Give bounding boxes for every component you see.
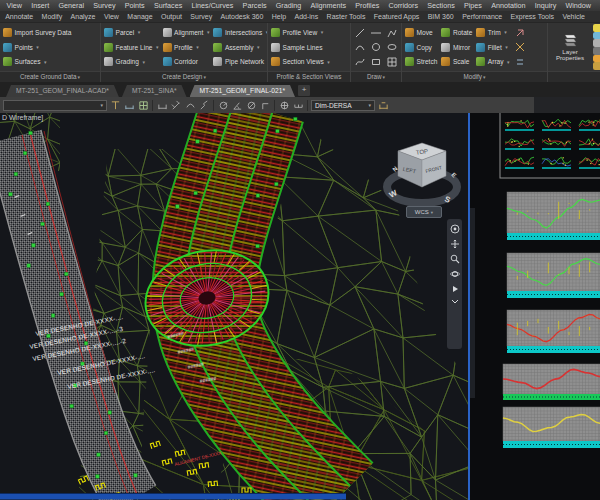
wcs-dropdown[interactable]: WCS ▾ <box>406 206 442 218</box>
draw-hatch-icon[interactable] <box>386 56 398 68</box>
draw-arc-icon[interactable] <box>354 41 366 53</box>
layer-off-icon[interactable] <box>593 47 600 55</box>
dim-angular-icon[interactable] <box>231 99 243 111</box>
explode-icon[interactable] <box>514 41 526 53</box>
menu-alignments[interactable]: Alignments <box>306 1 351 10</box>
show-motion-icon[interactable] <box>450 284 460 294</box>
draw-circle-icon[interactable] <box>370 41 382 53</box>
layer-on-icon[interactable] <box>593 24 600 32</box>
new-drawing-tab-button[interactable]: + <box>298 85 310 96</box>
stretch-button[interactable]: Stretch <box>405 55 437 68</box>
intersections-button[interactable]: Intersections▾ <box>213 26 267 39</box>
erase-icon[interactable] <box>514 27 526 39</box>
dim-radius-icon[interactable] <box>217 99 229 111</box>
menu-pipes[interactable]: Pipes <box>459 1 486 10</box>
dim-update-icon[interactable] <box>377 99 389 111</box>
import-survey-data-button[interactable]: Import Survey Data <box>3 26 71 39</box>
dim-continue-icon[interactable] <box>292 99 304 111</box>
draw-xline-icon[interactable] <box>370 27 382 39</box>
ribbon-tab-help[interactable]: Help <box>268 13 291 20</box>
dim-arc-length-icon[interactable] <box>184 99 196 111</box>
ribbon-tab-performance[interactable]: Performance <box>458 13 506 20</box>
ribbon-tab-bim-360[interactable]: BIM 360 <box>423 13 457 20</box>
mirror-button[interactable]: Mirror <box>441 41 472 54</box>
menu-insert[interactable]: Insert <box>27 1 54 10</box>
pan-icon[interactable] <box>450 239 460 249</box>
menu-profiles[interactable]: Profiles <box>351 1 384 10</box>
orbit-icon[interactable] <box>450 269 460 279</box>
grading-button[interactable]: Grading▾ <box>104 55 159 68</box>
dim-aligned-icon[interactable] <box>170 99 182 111</box>
menu-window[interactable]: Window <box>561 1 596 10</box>
parcel-button[interactable]: Parcel▾ <box>104 26 159 39</box>
dim-style-combo[interactable]: Dim-DERSA▾ <box>311 100 375 111</box>
ribbon-tab-add-ins[interactable]: Add-ins <box>290 13 322 20</box>
ribbon-tab-vehicle[interactable]: Vehicle <box>558 13 589 20</box>
menu-annotation[interactable]: Annotation <box>487 1 531 10</box>
text-style-icon[interactable] <box>109 99 121 111</box>
move-button[interactable]: Move <box>405 26 437 39</box>
sections-canvas[interactable] <box>470 113 600 500</box>
ribbon-tab-annotate[interactable]: Annotate <box>1 13 37 20</box>
draw-polyline-icon[interactable] <box>386 27 398 39</box>
menu-inquiry[interactable]: Inquiry <box>530 1 561 10</box>
menu-sections[interactable]: Sections <box>423 1 460 10</box>
profile-view-button[interactable]: Profile View▾ <box>271 26 330 39</box>
dim-ordinate-icon[interactable] <box>259 99 271 111</box>
ribbon-tab-view[interactable]: View <box>100 13 123 20</box>
sections-pane[interactable] <box>470 113 600 500</box>
layer-properties-button[interactable]: Layer Properties <box>551 24 589 70</box>
menu-survey[interactable]: Survey <box>89 1 121 10</box>
style-combo[interactable]: ▾ <box>3 100 107 111</box>
layer-color-icon[interactable] <box>593 62 600 70</box>
drawing-tab-3[interactable]: MT-251_GEOM_FINAL-021* <box>190 85 295 97</box>
ribbon-tab-featured-apps[interactable]: Featured Apps <box>370 13 424 20</box>
menu-view[interactable]: View <box>2 1 27 10</box>
menu-grading[interactable]: Grading <box>271 1 306 10</box>
drawing-tab-1[interactable]: MT-251_GEOM_FINAL-ACAD* <box>6 85 119 97</box>
feature-line-button[interactable]: Feature Line▾ <box>104 41 159 54</box>
ribbon-tab-modify[interactable]: Modify <box>37 13 66 20</box>
draw-ellipse-icon[interactable] <box>386 41 398 53</box>
menu-surfaces[interactable]: Surfaces <box>149 1 187 10</box>
navigation-wheel-icon[interactable] <box>450 224 460 234</box>
ribbon-tab-survey[interactable]: Survey <box>186 13 216 20</box>
layer-freeze-icon[interactable] <box>593 32 600 40</box>
scale-button[interactable]: Scale <box>441 55 472 68</box>
menu-lines-curves[interactable]: Lines/Curves <box>187 1 238 10</box>
sample-lines-button[interactable]: Sample Lines <box>271 41 330 54</box>
menu-general[interactable]: General <box>54 1 89 10</box>
ribbon-tab-autodesk-360[interactable]: Autodesk 360 <box>216 13 267 20</box>
fillet-button[interactable]: Fillet▾ <box>476 41 509 54</box>
model-viewport[interactable]: D Wireframe] VER DESENHO DE-XXXX-....VER… <box>0 113 470 500</box>
surfaces-button[interactable]: Surfaces▾ <box>3 55 71 68</box>
pipe-network-button[interactable]: Pipe Network▾ <box>213 55 267 68</box>
ribbon-tab-raster-tools[interactable]: Raster Tools <box>322 13 369 20</box>
ribbon-tab-express-tools[interactable]: Express Tools <box>506 13 558 20</box>
layer-thaw-icon[interactable] <box>593 55 600 63</box>
layer-lock-icon[interactable] <box>593 39 600 47</box>
points-button[interactable]: Points▾ <box>3 41 71 54</box>
ribbon-tab-manage[interactable]: Manage <box>123 13 157 20</box>
dim-diameter-icon[interactable] <box>245 99 257 111</box>
rotate-button[interactable]: Rotate <box>441 26 472 39</box>
corridor-button[interactable]: Corridor <box>163 55 210 68</box>
menu-corridors[interactable]: Corridors <box>384 1 423 10</box>
profile-button[interactable]: Profile▾ <box>163 41 210 54</box>
dim-style-icon[interactable] <box>123 99 135 111</box>
draw-spline-icon[interactable] <box>354 56 366 68</box>
assembly-button[interactable]: Assembly▾ <box>213 41 267 54</box>
offset-icon[interactable] <box>514 56 526 68</box>
alignment-button[interactable]: Alignment▾ <box>163 26 210 39</box>
profile-strip[interactable] <box>507 310 600 353</box>
copy-button[interactable]: Copy <box>405 41 437 54</box>
draw-rectangle-icon[interactable] <box>370 56 382 68</box>
section-views-button[interactable]: Section Views▾ <box>271 55 330 68</box>
menu-points[interactable]: Points <box>120 1 149 10</box>
table-style-icon[interactable] <box>137 99 149 111</box>
ribbon-tab-output[interactable]: Output <box>157 13 186 20</box>
ribbon-tab-analyze[interactable]: Analyze <box>66 13 99 20</box>
viewport-controls-label[interactable]: D Wireframe] <box>2 114 43 121</box>
navigation-bar[interactable] <box>447 219 462 349</box>
draw-line-icon[interactable] <box>354 27 366 39</box>
